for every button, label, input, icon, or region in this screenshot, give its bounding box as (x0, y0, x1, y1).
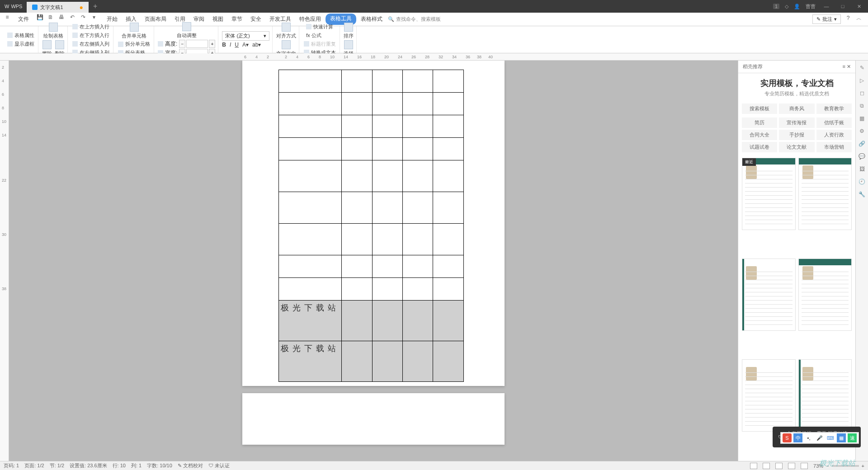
history-icon[interactable]: 🕘 (859, 178, 866, 185)
horizontal-ruler[interactable]: 6 4 2 2 4 6 8 10 14 16 18 20 24 26 28 32… (0, 53, 868, 61)
redo-icon[interactable]: ↷ (80, 14, 87, 21)
panel-tab-search[interactable]: 搜索模板 (742, 103, 777, 114)
tag-hr[interactable]: 人资行政 (816, 130, 852, 140)
document-viewport[interactable]: 极光下载站 极光下载站 (9, 61, 738, 461)
ime-chinese-button[interactable]: 中 (793, 433, 802, 442)
undo-icon[interactable]: ↶ (69, 14, 76, 21)
qat-dropdown-icon[interactable]: ▾ (90, 14, 98, 21)
select-arrow-icon[interactable]: ▷ (859, 77, 866, 84)
panel-menu-icon[interactable]: ≡ (843, 64, 845, 69)
app-menu-icon[interactable]: ≡ (4, 14, 11, 21)
chat-icon[interactable]: 💬 (859, 153, 866, 160)
status-page[interactable]: 页面: 1/2 (24, 462, 44, 469)
relation-icon[interactable]: ⧉ (859, 102, 866, 109)
tag-letter[interactable]: 信纸手账 (816, 118, 852, 128)
template-thumb[interactable] (798, 158, 852, 230)
repeat-header-button[interactable]: 标题行重复 (303, 40, 337, 48)
height-minus[interactable]: − (179, 40, 185, 48)
status-section[interactable]: 节: 1/2 (50, 462, 64, 469)
tag-marketing[interactable]: 市场营销 (816, 142, 852, 152)
ime-sogou-icon[interactable]: S (783, 433, 792, 442)
status-auth[interactable]: 🛡 未认证 (208, 462, 230, 469)
ime-punct-button[interactable]: •, (804, 433, 813, 442)
user-avatar-icon[interactable]: 👤 (794, 4, 800, 9)
table-properties-button[interactable]: 表格属性 (6, 32, 35, 39)
insert-col-left-button[interactable]: 在左侧插入列 (71, 40, 110, 48)
height-spinner[interactable]: −+ (179, 40, 215, 48)
bold-button[interactable]: B (222, 42, 226, 48)
vertical-ruler[interactable]: 2 4 6 8 10 14 22 30 38 (0, 61, 9, 461)
link-icon[interactable]: 🔗 (859, 140, 866, 147)
ime-grid-icon[interactable]: ▦ (837, 433, 846, 442)
split-cells-button[interactable]: 拆分单元格 (117, 40, 151, 48)
tab-modified-icon[interactable]: ● (80, 4, 83, 11)
tools-icon[interactable]: 🔧 (859, 191, 866, 198)
template-thumb[interactable] (742, 359, 796, 432)
edit-icon[interactable]: ✎ (859, 64, 866, 71)
show-gridlines-button[interactable]: 显示虚框 (6, 40, 35, 48)
minimize-button[interactable]: — (821, 4, 832, 9)
annotate-button[interactable]: ✎ 批注 ▾ (812, 14, 841, 24)
save-icon[interactable]: 💾 (36, 14, 43, 21)
page-1[interactable]: 极光下载站 极光下载站 (242, 61, 505, 386)
panel-title[interactable]: 稻壳推荐 (743, 63, 763, 70)
status-chars[interactable]: 字数: 10/10 (147, 462, 172, 469)
image-icon[interactable]: 🖼 (859, 165, 866, 173)
quick-calc-button[interactable]: 快速计算 (305, 23, 334, 31)
tag-thesis[interactable]: 论文文献 (779, 142, 814, 152)
status-position[interactable]: 设置值: 23.6厘米 (70, 462, 107, 469)
settings-icon[interactable]: ⚙ (859, 127, 866, 135)
status-line[interactable]: 行: 10 (113, 462, 126, 469)
tab-chapter[interactable]: 章节 (228, 14, 246, 25)
view-print-icon[interactable] (750, 463, 757, 469)
close-button[interactable]: ✕ (854, 4, 864, 9)
ime-voice-icon[interactable]: 🎤 (815, 433, 824, 442)
document-table[interactable]: 极光下载站 极光下载站 (278, 70, 464, 382)
template-thumb[interactable] (798, 359, 852, 432)
new-tab-button[interactable]: + (89, 2, 102, 10)
tag-newspaper[interactable]: 手抄报 (779, 130, 814, 140)
shape-icon[interactable]: ◻ (859, 89, 866, 97)
autofit-button[interactable]: 自动调整 (177, 22, 197, 39)
view-fullscreen-icon[interactable] (801, 463, 808, 469)
font-color-button[interactable]: A▾ (242, 42, 249, 48)
collapse-ribbon-icon[interactable]: ︿ (855, 14, 863, 22)
notification-badge[interactable]: 1 (773, 4, 779, 9)
highlight-button[interactable]: ab▾ (252, 42, 261, 48)
status-page-number[interactable]: 页码: 1 (4, 462, 19, 469)
panel-close-icon[interactable]: ✕ (847, 64, 851, 69)
font-family-select[interactable]: 宋体 (正文)▾ (222, 31, 269, 41)
tab-security[interactable]: 安全 (247, 14, 265, 25)
ime-keyboard-icon[interactable]: ⌨ (826, 433, 835, 442)
layout-icon[interactable]: ▦ (859, 115, 866, 122)
sort-button[interactable]: 排序 (344, 23, 354, 39)
maximize-button[interactable]: □ (837, 4, 848, 9)
ime-speed-button[interactable]: 速 (848, 433, 857, 442)
template-thumb[interactable]: 最近 (742, 158, 796, 230)
align-button[interactable]: 对齐方式 (276, 23, 296, 39)
user-name[interactable]: 曹曹 (806, 3, 816, 10)
panel-tab-education[interactable]: 教育教学 (816, 103, 852, 114)
tag-contract[interactable]: 合同大全 (742, 130, 777, 140)
file-menu[interactable]: 文件 (14, 14, 33, 25)
panel-tab-business[interactable]: 商务风 (779, 103, 814, 114)
insert-row-below-button[interactable]: 在下方插入行 (71, 32, 110, 39)
tag-exam[interactable]: 试题试卷 (742, 142, 777, 152)
tag-resume[interactable]: 简历 (742, 118, 777, 128)
tab-table-style[interactable]: 表格样式 (357, 14, 386, 25)
view-outline-icon[interactable] (775, 463, 783, 469)
insert-row-above-button[interactable]: 在上方插入行 (71, 23, 110, 31)
status-proof[interactable]: ✎ 文档校对 (178, 462, 203, 469)
merge-cells-button[interactable]: 合并单元格 (122, 23, 146, 39)
document-tab[interactable]: 文字文稿1 ● (27, 2, 89, 13)
italic-button[interactable]: I (230, 42, 231, 48)
tag-poster[interactable]: 宣传海报 (779, 118, 814, 128)
print-preview-icon[interactable]: 🗎 (47, 14, 54, 21)
underline-button[interactable]: U (235, 42, 239, 48)
template-thumb[interactable] (742, 258, 796, 331)
page-2[interactable] (242, 393, 505, 445)
zoom-in-button[interactable]: + (862, 463, 864, 469)
template-thumb[interactable] (798, 258, 852, 331)
view-web-icon[interactable] (763, 463, 770, 469)
command-search[interactable]: 🔍 查找命令、搜索模板 (388, 16, 441, 23)
